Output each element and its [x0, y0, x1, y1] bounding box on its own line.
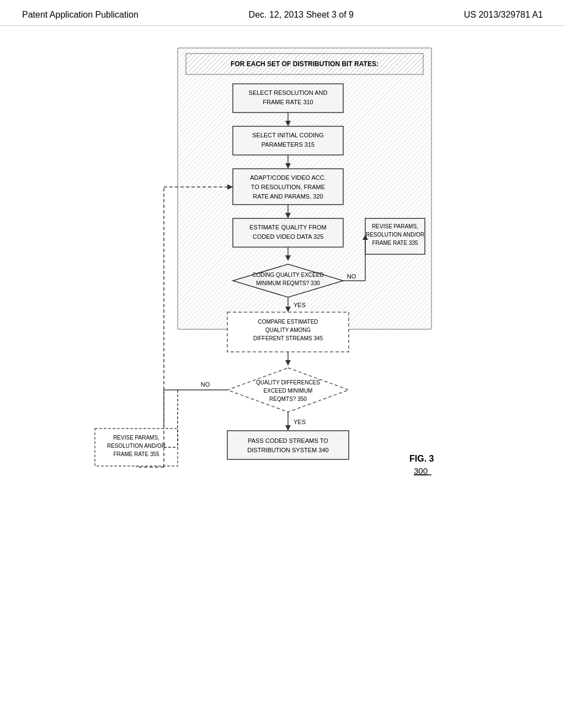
svg-text:PASS CODED STREAMS TO: PASS CODED STREAMS TO [248, 437, 328, 444]
svg-rect-9 [233, 126, 343, 155]
svg-rect-20 [233, 218, 343, 247]
svg-text:TO RESOLUTION, FRAME: TO RESOLUTION, FRAME [251, 184, 325, 190]
svg-text:300: 300 [414, 466, 428, 475]
svg-rect-4 [233, 84, 343, 113]
header-right: US 2013/329781 A1 [464, 10, 543, 20]
svg-text:FRAME RATE 335: FRAME RATE 335 [372, 240, 418, 246]
svg-text:YES: YES [294, 419, 306, 425]
svg-text:QUALITY AMONG: QUALITY AMONG [265, 327, 311, 333]
svg-text:FRAME RATE 355: FRAME RATE 355 [113, 451, 159, 457]
svg-text:RATE AND PARAMS. 320: RATE AND PARAMS. 320 [253, 193, 323, 200]
svg-text:RESOLUTION AND/OR: RESOLUTION AND/OR [366, 232, 424, 238]
svg-text:NO: NO [201, 381, 210, 388]
svg-text:REVISE PARAMS,: REVISE PARAMS, [372, 223, 418, 229]
svg-text:FIG. 3: FIG. 3 [409, 454, 434, 463]
svg-text:DISTRIBUTION SYSTEM 340: DISTRIBUTION SYSTEM 340 [247, 447, 328, 453]
diagram-area: FOR EACH SET OF DISTRIBUTION BIT RATES: … [0, 26, 565, 699]
diagram-svg: FOR EACH SET OF DISTRIBUTION BIT RATES: … [67, 42, 498, 682]
svg-rect-66 [227, 431, 349, 459]
svg-text:MINIMUM REQMTS? 330: MINIMUM REQMTS? 330 [256, 280, 320, 286]
svg-marker-64 [285, 425, 291, 431]
header-center: Dec. 12, 2013 Sheet 3 of 9 [249, 10, 354, 20]
svg-text:REQMTS? 350: REQMTS? 350 [269, 396, 307, 402]
header-left: Patent Application Publication [22, 10, 138, 20]
svg-text:ESTIMATE QUALITY FROM: ESTIMATE QUALITY FROM [249, 224, 327, 231]
svg-text:SELECT INITIAL CODING: SELECT INITIAL CODING [252, 132, 324, 138]
svg-text:DIFFERENT STREAMS 345: DIFFERENT STREAMS 345 [253, 335, 323, 341]
svg-text:PARAMETERS 315: PARAMETERS 315 [262, 141, 315, 148]
svg-text:FOR EACH SET OF DISTRIBUTION B: FOR EACH SET OF DISTRIBUTION BIT RATES: [231, 60, 379, 68]
svg-text:EXCEED MINIMUM: EXCEED MINIMUM [264, 388, 313, 394]
svg-text:COMPARE ESTIMATED: COMPARE ESTIMATED [258, 319, 318, 325]
svg-text:REVISE PARAMS,: REVISE PARAMS, [113, 435, 159, 441]
svg-text:YES: YES [294, 302, 306, 308]
svg-text:NO: NO [347, 273, 356, 280]
header: Patent Application Publication Dec. 12, … [0, 0, 565, 26]
svg-marker-44 [285, 360, 291, 366]
svg-text:CODING QUALITY EXCEED: CODING QUALITY EXCEED [252, 272, 323, 278]
svg-text:FRAME RATE 310: FRAME RATE 310 [263, 99, 313, 105]
svg-text:CODED VIDEO DATA 325: CODED VIDEO DATA 325 [253, 233, 324, 240]
svg-text:RESOLUTION AND/OR: RESOLUTION AND/OR [107, 443, 166, 449]
svg-text:SELECT RESOLUTION AND: SELECT RESOLUTION AND [249, 89, 328, 96]
svg-text:QUALITY DIFFERENCES: QUALITY DIFFERENCES [256, 379, 320, 386]
svg-text:ADAPT/CODE VIDEO ACC.: ADAPT/CODE VIDEO ACC. [250, 174, 326, 181]
